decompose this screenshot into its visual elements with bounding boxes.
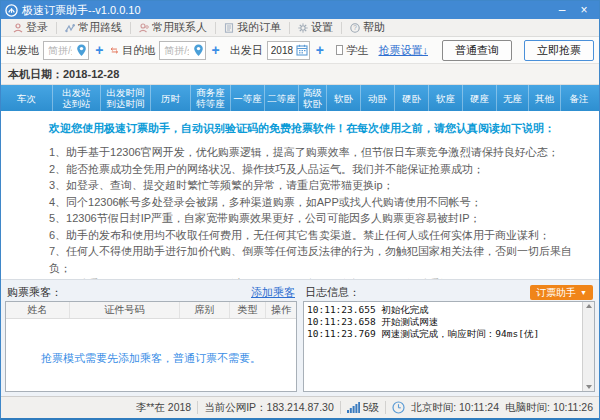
- swap-stations-icon[interactable]: [110, 45, 119, 56]
- col-first-class[interactable]: 一等座: [231, 85, 265, 111]
- location-pin-icon[interactable]: [193, 44, 204, 57]
- col-remarks[interactable]: 备注: [561, 85, 597, 111]
- passengers-table: 姓名 证件号码 席别 类型 操作 抢票模式需要先添加乘客，普通订票不需要。: [5, 301, 297, 392]
- assistant-mode-button[interactable]: 订票助手 ▼: [530, 285, 593, 300]
- date-field-wrap: [267, 41, 310, 60]
- statusbar-separator: [385, 401, 386, 414]
- status-bar: 李**在 2018 当前公网IP：183.214.87.30 5级 北京时间: …: [1, 396, 599, 418]
- bottom-section: 购票乘客： 添加乘客 姓名 证件号码 席别 类型 操作 抢票模式需要先添加乘客，…: [1, 279, 599, 396]
- notice-item: 2、能否抢票成功全凭用户的网络状况、操作技巧及人品运气。我们并不能保证抢票成功；: [49, 161, 589, 178]
- log-title: 日志信息：: [305, 285, 360, 300]
- student-label: 学生: [347, 43, 369, 58]
- col-id-number: 证件号码: [70, 302, 180, 318]
- minimize-button[interactable]: –: [551, 1, 573, 19]
- col-seat-type: 席别: [180, 302, 230, 318]
- orders-button[interactable]: 我的订单: [216, 19, 289, 36]
- col-action: 操作: [266, 302, 296, 318]
- app-logo-icon: [5, 4, 18, 17]
- user-status: 李**在 2018: [136, 401, 191, 415]
- add-to-button[interactable]: +: [210, 43, 222, 57]
- col-train-no[interactable]: 车次: [1, 85, 53, 111]
- network-level-label: 5级: [363, 401, 379, 415]
- welcome-text: 欢迎您使用极速订票助手，自动识别验证码的免费抢票软件！在每次使用之前，请您认真阅…: [49, 121, 589, 136]
- log-output[interactable]: 10:11:23.655 初始化完成 10:11:23.658 开始测试网速 1…: [304, 302, 582, 391]
- routes-label: 常用路线: [78, 20, 122, 35]
- main-toolbar: 登录 常用路线 常用联系人 我的订单 设置 ? 帮助: [1, 19, 599, 37]
- student-checkbox[interactable]: [336, 45, 343, 55]
- to-field-wrap: [159, 41, 205, 60]
- passengers-title: 购票乘客：: [7, 285, 62, 300]
- train-table-header: 车次 出发站 达到站 出发时间 到达时间 历时 商务座 特等座 一等座 二等座 …: [1, 85, 599, 111]
- network-level: 5级: [347, 401, 379, 415]
- statusbar-separator: [340, 401, 341, 414]
- log-line: 10:11:23.655 初始化完成: [307, 304, 579, 316]
- col-business-seat[interactable]: 商务座 特等座: [191, 85, 231, 111]
- add-from-button[interactable]: +: [93, 43, 105, 57]
- col-name: 姓名: [6, 302, 70, 318]
- from-label: 出发地: [6, 43, 39, 58]
- log-line: 10:11:23.769 网速测试完成，响应时间：94ms[优]: [307, 328, 579, 340]
- notice-item: 5、12306节假日封IP严重，自家宽带购票效果更好，公司可能因多人购票更容易被…: [49, 210, 589, 227]
- login-label: 登录: [26, 20, 48, 35]
- settings-button[interactable]: 设置: [290, 19, 341, 36]
- chevron-down-icon: ▼: [580, 289, 587, 296]
- col-deluxe-sleeper[interactable]: 高级 软卧: [299, 85, 327, 111]
- notice-item: 1、助手基于12306官网开发，优化购票逻辑，提高了购票效率，但节假日车票竞争激…: [49, 144, 589, 161]
- col-duration[interactable]: 历时: [151, 85, 191, 111]
- add-date-button[interactable]: +: [314, 43, 326, 57]
- col-hard-seat[interactable]: 硬座: [463, 85, 497, 111]
- svg-text:?: ?: [353, 24, 357, 31]
- contacts-button[interactable]: 常用联系人: [131, 19, 215, 36]
- scroll-down-icon[interactable]: [586, 385, 592, 389]
- col-soft-seat[interactable]: 软座: [429, 85, 463, 111]
- col-second-class[interactable]: 二等座: [265, 85, 299, 111]
- passengers-table-header: 姓名 证件号码 席别 类型 操作: [6, 302, 296, 319]
- log-scrollbar[interactable]: [582, 302, 594, 391]
- orders-icon: [224, 23, 234, 33]
- grab-settings-link[interactable]: 抢票设置↓: [379, 43, 429, 58]
- add-passenger-link[interactable]: 添加乘客: [251, 285, 295, 300]
- gear-icon: [298, 23, 308, 33]
- help-icon: ?: [350, 23, 360, 33]
- notice-panel: 欢迎您使用极速订票助手，自动识别验证码的免费抢票软件！在每次使用之前，请您认真阅…: [1, 111, 599, 279]
- routes-button[interactable]: 常用路线: [57, 19, 130, 36]
- col-soft-sleeper[interactable]: 软卧: [327, 85, 361, 111]
- log-line: 10:11:23.658 开始测试网速: [307, 316, 579, 328]
- login-button[interactable]: 登录: [5, 19, 56, 36]
- notice-item: 7、任何人不得使用助手进行加价代购、倒票等任何违反法律的行为，勿触犯国家相关法律…: [49, 243, 589, 276]
- normal-query-button[interactable]: 普通查询: [442, 40, 512, 61]
- public-ip: 当前公网IP：183.214.87.30: [204, 401, 334, 415]
- col-other[interactable]: 其他: [529, 85, 561, 111]
- location-pin-icon[interactable]: [76, 44, 87, 57]
- col-no-seat[interactable]: 无座: [497, 85, 529, 111]
- scroll-up-icon[interactable]: [586, 304, 592, 308]
- title-bar: 极速订票助手--v1.0.0.10 – ×: [1, 1, 599, 19]
- col-times[interactable]: 出发时间 到达时间: [101, 85, 151, 111]
- statusbar-separator: [197, 401, 198, 414]
- col-emu-sleeper[interactable]: 动卧: [361, 85, 395, 111]
- orders-label: 我的订单: [237, 20, 281, 35]
- calendar-icon[interactable]: [296, 44, 308, 56]
- assistant-mode-label: 订票助手: [536, 286, 576, 300]
- grab-now-button[interactable]: 立即抢票: [524, 40, 594, 61]
- help-button[interactable]: ? 帮助: [342, 19, 393, 36]
- col-stations[interactable]: 出发站 达到站: [53, 85, 101, 111]
- col-type: 类型: [230, 302, 266, 318]
- contacts-icon: [139, 23, 149, 33]
- col-hard-sleeper[interactable]: 硬卧: [395, 85, 429, 111]
- log-box: 10:11:23.655 初始化完成 10:11:23.658 开始测试网速 1…: [303, 301, 595, 392]
- help-label: 帮助: [363, 20, 385, 35]
- signal-bars-icon: [347, 402, 360, 413]
- date-label: 出发日: [230, 43, 263, 58]
- to-label: 目的地: [122, 43, 155, 58]
- window-title: 极速订票助手--v1.0.0.10: [22, 3, 551, 18]
- clock-icon: [392, 401, 405, 414]
- passengers-empty-hint: 抢票模式需要先添加乘客，普通订票不需要。: [6, 351, 296, 366]
- user-icon: [13, 23, 23, 33]
- from-field-wrap: [43, 41, 89, 60]
- local-date-text: 本机日期：2018-12-28: [8, 67, 119, 82]
- log-panel-head: 日志信息： 订票助手 ▼: [303, 284, 595, 301]
- query-bar: 出发地 + 目的地 + 出发日 + 学生 抢票设置↓ 普通查询 立即抢票: [1, 37, 599, 64]
- close-button[interactable]: ×: [573, 1, 595, 19]
- local-date-row: 本机日期：2018-12-28: [1, 64, 599, 85]
